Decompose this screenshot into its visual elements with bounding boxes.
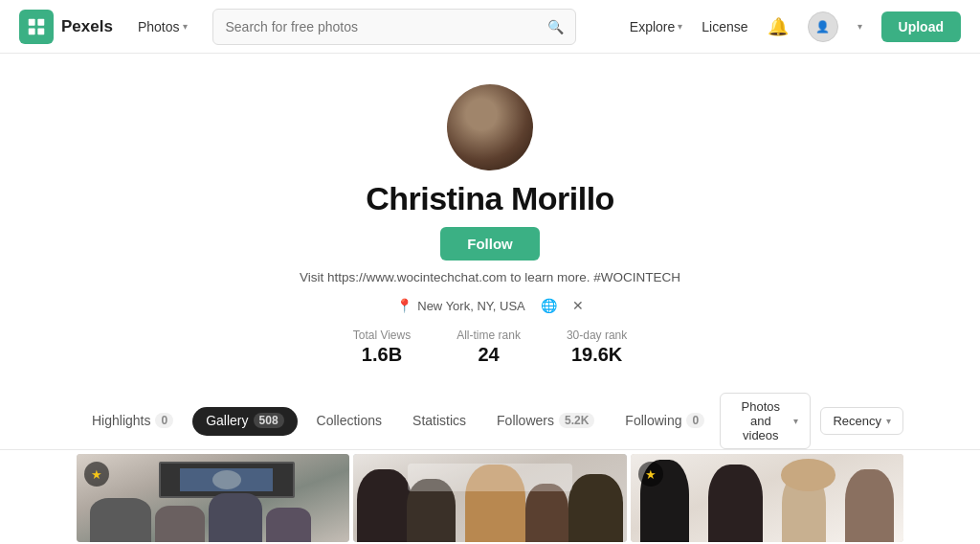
- media-filter-button[interactable]: Photos and videos ▾: [720, 393, 811, 449]
- tab-gallery[interactable]: Gallery 508: [192, 407, 297, 436]
- logo-text: Pexels: [61, 17, 113, 36]
- gallery-item[interactable]: ★: [631, 454, 903, 542]
- rank30-stat: 30-day rank 19.6K: [567, 329, 627, 366]
- photos-chevron-icon: ▾: [183, 21, 188, 32]
- photos-dropdown-button[interactable]: Photos ▾: [128, 13, 198, 40]
- twitter-meta[interactable]: ✕: [572, 298, 584, 313]
- profile-name: Christina Morillo: [366, 180, 614, 217]
- explore-link[interactable]: Explore ▾: [630, 19, 682, 34]
- profile-section: Christina Morillo Follow Visit https://w…: [0, 54, 980, 385]
- rank30-value: 19.6K: [567, 344, 627, 366]
- starred-badge[interactable]: ★: [84, 462, 109, 487]
- gallery-item[interactable]: ★: [77, 454, 349, 542]
- user-avatar-button[interactable]: 👤: [808, 11, 838, 42]
- svg-rect-1: [37, 18, 44, 25]
- location-text: New York, NY, USA: [417, 299, 524, 313]
- tab-collections[interactable]: Collections: [301, 403, 397, 440]
- globe-icon: 🌐: [541, 298, 557, 313]
- location-icon: 📍: [396, 298, 412, 313]
- avatar-chevron-icon: ▾: [858, 21, 862, 32]
- globe-meta[interactable]: 🌐: [541, 298, 557, 313]
- views-value: 1.6B: [353, 344, 411, 366]
- follow-button[interactable]: Follow: [440, 227, 540, 261]
- tabs-filters: Photos and videos ▾ Recency ▾: [720, 393, 903, 449]
- sort-filter-chevron-icon: ▾: [886, 416, 891, 426]
- header-right: Explore ▾ License 🔔 👤 ▾ Upload: [630, 11, 961, 42]
- search-bar: 🔍: [212, 9, 576, 45]
- svg-rect-0: [29, 18, 35, 25]
- rank-value: 24: [457, 344, 521, 366]
- gallery-item[interactable]: [353, 454, 626, 542]
- tab-followers[interactable]: Followers 5.2K: [481, 403, 610, 440]
- tab-statistics[interactable]: Statistics: [397, 403, 481, 440]
- twitter-icon: ✕: [572, 298, 584, 313]
- starred-badge[interactable]: ★: [638, 462, 663, 487]
- alltime-rank-stat: All-time rank 24: [457, 329, 521, 366]
- header: Pexels Photos ▾ 🔍 Explore ▾ License 🔔 👤 …: [0, 0, 980, 54]
- tabs-bar: Highlights 0 Gallery 508 Collections Sta…: [0, 393, 980, 450]
- sort-filter-label: Recency: [833, 414, 881, 428]
- highlights-count: 0: [155, 413, 173, 428]
- gallery-grid: ★: [0, 450, 980, 544]
- profile-avatar-image: [447, 84, 533, 170]
- logo-link[interactable]: Pexels: [19, 10, 113, 44]
- views-label: Total Views: [353, 329, 411, 342]
- rank-label: All-time rank: [457, 329, 521, 342]
- rank30-label: 30-day rank: [567, 329, 627, 342]
- license-link[interactable]: License: [702, 19, 747, 34]
- svg-rect-2: [29, 28, 35, 34]
- svg-rect-3: [37, 28, 44, 34]
- logo-icon: [19, 10, 54, 44]
- upload-button[interactable]: Upload: [881, 11, 961, 42]
- pexels-logo-svg: [26, 16, 47, 37]
- gallery-count: 508: [254, 413, 284, 428]
- photos-label: Photos: [138, 19, 180, 34]
- location-meta: 📍 New York, NY, USA: [396, 298, 524, 313]
- avatar-icon: 👤: [815, 20, 830, 34]
- total-views-stat: Total Views 1.6B: [353, 329, 411, 366]
- followers-count: 5.2K: [559, 413, 594, 428]
- media-filter-chevron-icon: ▾: [793, 416, 798, 426]
- stats-row: Total Views 1.6B All-time rank 24 30-day…: [353, 329, 628, 366]
- profile-bio: Visit https://www.wocintechchat.com to l…: [300, 270, 680, 284]
- profile-main: Christina Morillo Follow Visit https://w…: [0, 54, 980, 544]
- notifications-icon[interactable]: 🔔: [768, 16, 789, 37]
- search-icon[interactable]: 🔍: [547, 19, 564, 34]
- profile-avatar: [447, 84, 533, 170]
- explore-chevron-icon: ▾: [678, 21, 682, 32]
- profile-meta: 📍 New York, NY, USA 🌐 ✕: [396, 298, 583, 313]
- sort-filter-button[interactable]: Recency ▾: [820, 407, 903, 435]
- tab-following[interactable]: Following 0: [610, 403, 720, 440]
- search-input[interactable]: [225, 19, 542, 34]
- following-count: 0: [686, 413, 704, 428]
- media-filter-label: Photos and videos: [732, 399, 789, 442]
- tab-highlights[interactable]: Highlights 0: [77, 403, 189, 440]
